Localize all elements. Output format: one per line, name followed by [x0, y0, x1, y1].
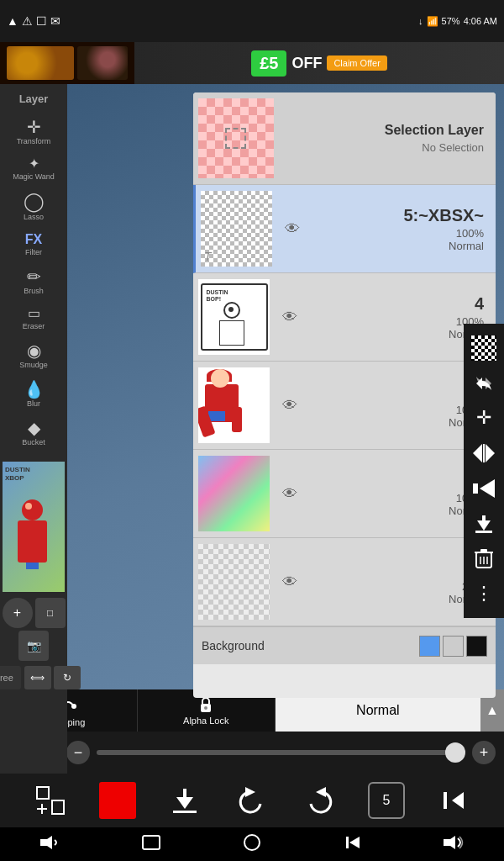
layer-4-visibility[interactable]: 👁 — [278, 305, 302, 329]
layer-2-info: 2 100% Normal — [305, 471, 491, 517]
transform-button[interactable] — [468, 367, 500, 399]
layer-2-row[interactable]: 👁 2 100% Normal — [193, 450, 496, 538]
layer-panel: Selection Layer No Selection T 👁 5:~XBSX… — [193, 92, 496, 698]
home-nav[interactable] — [242, 833, 262, 856]
opacity-decrease-button[interactable]: − — [66, 741, 90, 764]
layer-5-name: 5:~XBSX~ — [403, 206, 484, 225]
layer-4-info: 4 100% Normal — [305, 294, 491, 341]
tool-eraser[interactable]: ▭ Eraser — [4, 302, 63, 335]
layer-5-thumb: T — [201, 191, 272, 267]
background-row[interactable]: Background — [193, 626, 496, 664]
nav-bar — [0, 827, 504, 861]
opacity-slider[interactable] — [97, 750, 465, 755]
app-icon1: ☐ — [36, 14, 47, 28]
svg-marker-28 — [40, 836, 52, 849]
transform-icon: ✛ — [27, 119, 41, 135]
opacity-row: α 100% − + — [0, 732, 504, 774]
tool-brush[interactable]: ✏ Brush — [4, 263, 63, 300]
step-back-button[interactable] — [468, 473, 500, 504]
export-icon — [474, 514, 494, 534]
step-back-icon — [473, 479, 495, 498]
brush-label: Brush — [24, 287, 44, 295]
warning-icon: ⚠ — [22, 14, 33, 28]
bg-color-gray[interactable] — [443, 636, 464, 657]
blur-label: Blur — [27, 399, 40, 408]
download-icon — [170, 785, 200, 816]
layer-3-visibility[interactable]: 👁 — [278, 394, 302, 417]
smudge-icon: ◉ — [27, 342, 41, 359]
flip-icon — [473, 444, 495, 462]
bucket-label: Bucket — [22, 438, 45, 446]
layer-1-visibility[interactable]: 👁 — [278, 570, 302, 594]
brush-icon: ✏ — [27, 268, 41, 285]
volume-up-nav[interactable] — [444, 834, 464, 855]
layer-2-visibility[interactable]: 👁 — [278, 482, 302, 505]
selection-layer-row[interactable]: Selection Layer No Selection — [193, 92, 496, 185]
text-marker: T — [204, 250, 212, 263]
undo-button[interactable] — [234, 782, 270, 819]
add-layer-button[interactable]: + — [3, 598, 33, 628]
tool-smudge[interactable]: ◉ Smudge — [4, 337, 63, 374]
tool-bucket[interactable]: ◆ Bucket — [4, 415, 63, 452]
svg-point-17 — [204, 706, 207, 710]
svg-marker-26 — [452, 792, 464, 809]
clock: 4:06 AM — [464, 16, 497, 26]
recent-apps-nav[interactable] — [141, 834, 161, 855]
bottom-tool-btn1[interactable]: Free — [0, 666, 21, 689]
layer-count-badge[interactable]: 5 — [368, 782, 405, 819]
bg-color-black[interactable] — [466, 636, 487, 657]
lasso-label: Lasso — [24, 213, 44, 221]
selection-layer-thumb — [198, 98, 274, 178]
layer-count: 5 — [383, 793, 391, 808]
blur-icon: 💧 — [24, 381, 45, 398]
redo-button[interactable] — [301, 782, 338, 819]
transform-arrows-icon — [474, 373, 494, 394]
flip-btn[interactable]: ⟺ — [24, 666, 51, 689]
svg-rect-22 — [183, 789, 186, 800]
svg-marker-33 — [444, 836, 455, 849]
layer-5-visibility[interactable]: 👁 — [281, 217, 304, 240]
svg-point-15 — [71, 704, 76, 709]
layer-1-row[interactable]: 👁 1 27% Normal — [193, 538, 496, 626]
more-options-button[interactable]: ⋮ — [468, 578, 500, 610]
tool-transform[interactable]: ✛ Transform — [4, 114, 63, 151]
svg-rect-3 — [473, 483, 478, 494]
camera-button[interactable]: 📷 — [18, 631, 49, 661]
layer-4-row[interactable]: DUSTINBOP! 👁 4 100% Normal — [193, 273, 496, 362]
tool-switch-button[interactable] — [32, 782, 69, 819]
ad-banner[interactable]: £5 OFF Claim Offer — [0, 42, 504, 84]
export-button[interactable] — [468, 508, 500, 540]
tool-magic-wand[interactable]: ✦ Magic Wand — [4, 152, 63, 186]
opacity-thumb[interactable] — [445, 742, 465, 763]
ad-off: OFF — [291, 55, 322, 72]
back-nav[interactable] — [343, 834, 363, 855]
left-toolbar: Layer ✛ Transform ✦ Magic Wand ◯ Lasso F… — [0, 84, 67, 774]
layer-5-row[interactable]: T 👁 5:~XBSX~ 100% Normal — [193, 185, 496, 273]
checkerboard-button[interactable] — [468, 332, 500, 364]
opacity-increase-button[interactable]: + — [472, 741, 496, 764]
rotate-btn[interactable]: ↻ — [54, 666, 81, 689]
layer-4-thumb: DUSTINBOP! — [198, 279, 270, 355]
tool-fx[interactable]: FX Filter — [4, 228, 63, 261]
transform-label: Transform — [17, 137, 51, 145]
magic-wand-icon: ✦ — [29, 157, 39, 171]
download-indicator: ↓ — [418, 16, 423, 26]
magic-wand-label: Magic Wand — [13, 172, 55, 181]
status-icons-left: ▲ ⚠ ☐ ✉ — [7, 14, 60, 28]
layer-3-row[interactable]: 👁 3 100% Normal — [193, 362, 496, 450]
flip-button[interactable] — [468, 437, 500, 469]
tool-blur[interactable]: 💧 Blur — [4, 376, 63, 413]
undo-icon — [237, 785, 267, 816]
back-button[interactable] — [435, 782, 472, 819]
move-button[interactable]: ✛ — [468, 402, 500, 434]
color-swatch[interactable] — [99, 782, 136, 819]
download-action-button[interactable] — [166, 782, 203, 819]
tool-lasso[interactable]: ◯ Lasso — [4, 188, 63, 226]
volume-down-nav[interactable] — [40, 834, 60, 855]
ad-claim[interactable]: Claim Offer — [327, 55, 386, 71]
ad-pounds: £5 — [251, 50, 286, 77]
delete-button[interactable] — [468, 542, 500, 574]
duplicate-layer-button[interactable]: □ — [35, 598, 66, 628]
right-panel-icons: ✛ — [464, 324, 504, 618]
bg-color-blue[interactable] — [419, 636, 440, 657]
